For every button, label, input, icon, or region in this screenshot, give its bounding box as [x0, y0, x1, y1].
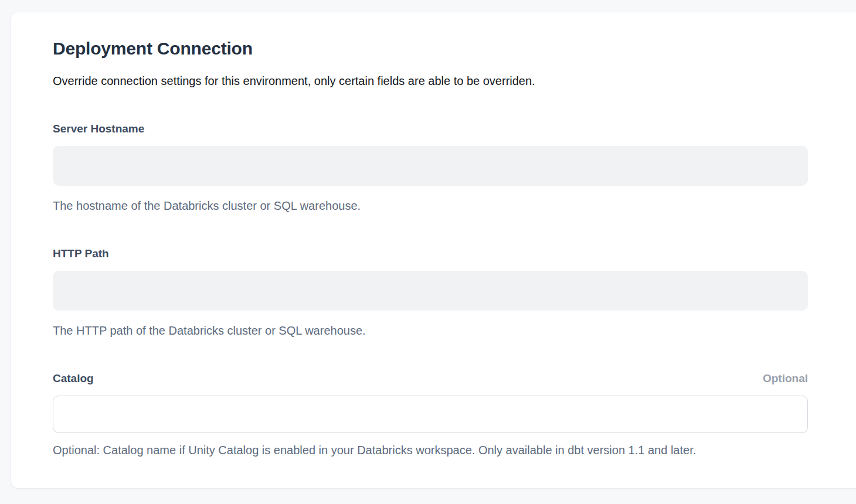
field-group-http-path: HTTP Path The HTTP path of the Databrick… — [53, 247, 808, 338]
page-title: Deployment Connection — [53, 37, 808, 60]
catalog-label: Catalog — [53, 372, 94, 386]
catalog-help: Optional: Catalog name if Unity Catalog … — [53, 442, 808, 458]
server-hostname-label: Server Hostname — [53, 122, 144, 136]
http-path-help: The HTTP path of the Databricks cluster … — [53, 323, 808, 338]
card-content: Deployment Connection Override connectio… — [53, 12, 808, 458]
label-row: Catalog Optional — [53, 372, 808, 386]
label-row: HTTP Path — [53, 247, 808, 261]
label-row: Server Hostname — [53, 122, 808, 136]
deployment-connection-card: Deployment Connection Override connectio… — [11, 12, 856, 488]
http-path-input — [53, 271, 808, 311]
server-hostname-input — [53, 146, 808, 186]
field-group-catalog: Catalog Optional Optional: Catalog name … — [53, 372, 808, 458]
field-group-server-hostname: Server Hostname The hostname of the Data… — [53, 122, 808, 213]
http-path-label: HTTP Path — [53, 247, 109, 261]
catalog-input[interactable] — [53, 396, 808, 433]
server-hostname-help: The hostname of the Databricks cluster o… — [53, 198, 808, 213]
catalog-optional-badge: Optional — [763, 372, 808, 386]
page-subtitle: Override connection settings for this en… — [53, 73, 808, 89]
